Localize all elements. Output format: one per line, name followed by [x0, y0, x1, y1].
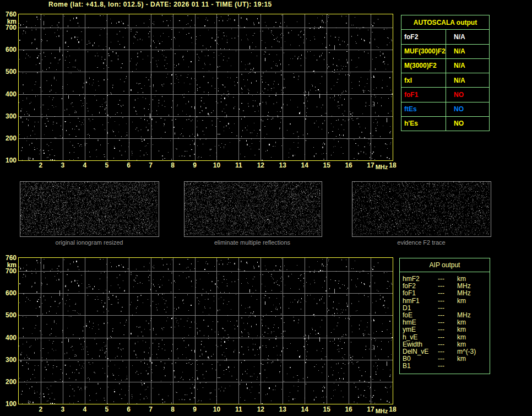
aip-row-hmf1: hmF1---km	[400, 298, 490, 305]
y-tick-label: 300	[6, 112, 17, 120]
aip-parameter: foE	[403, 312, 412, 319]
x-tick-label: 17	[367, 161, 374, 169]
y-axis-unit-label: km	[7, 261, 17, 269]
ionogram-canvas-top	[19, 14, 393, 160]
y-tick-label: 100	[6, 400, 17, 408]
y-axis-labels-top: 760700600500400300200100km	[0, 14, 17, 160]
panel-original-ionogram	[20, 181, 159, 237]
aip-value: ---	[438, 355, 444, 363]
parameter-value: NO	[446, 117, 489, 131]
aip-value: ---	[438, 290, 444, 297]
x-tick-label: 10	[213, 406, 220, 413]
x-tick-label: 8	[171, 161, 175, 169]
aip-unit: km	[457, 334, 466, 341]
parameter-label: foF2	[401, 30, 446, 44]
aip-unit: MHz	[457, 290, 471, 297]
aip-unit: MHz	[457, 312, 471, 319]
aip-row-fof1: foF1---MHz	[400, 290, 490, 297]
autoscala-table-title: AUTOSCALA output	[401, 15, 489, 29]
aip-parameter: Ewidth	[403, 341, 422, 348]
y-tick-label: 200	[6, 378, 17, 386]
aip-unit: km	[457, 319, 466, 326]
x-tick-label: 13	[279, 406, 286, 413]
aip-parameter: DelN_vE	[403, 348, 428, 355]
x-tick-label: 11	[235, 406, 242, 413]
aip-row-b0: B0---km	[400, 355, 490, 363]
aip-unit: km	[457, 355, 466, 363]
panel-canvas-eliminate	[184, 182, 321, 235]
x-tick-label: 6	[127, 406, 131, 413]
ionogram-plot-top	[18, 14, 393, 161]
x-tick-label: 3	[61, 161, 65, 169]
aip-value: ---	[438, 363, 444, 370]
panel-eliminate-reflections	[184, 181, 322, 237]
x-tick-label: 12	[257, 161, 264, 169]
x-tick-label: 17	[367, 406, 374, 413]
aip-value: ---	[438, 334, 444, 341]
x-tick-label: 11	[235, 161, 242, 169]
aip-parameter: B1	[403, 363, 411, 370]
parameter-value: NO	[446, 102, 489, 116]
aip-parameter: foF1	[403, 290, 416, 297]
x-tick-label: 12	[257, 406, 264, 413]
y-tick-label: 400	[6, 90, 17, 98]
x-tick-label: 10	[213, 161, 220, 169]
autoscala-output-table: AUTOSCALA output foF2N/AMUF(3000)F2N/AM(…	[401, 15, 490, 131]
aip-table-title: AIP output	[400, 258, 490, 272]
parameter-value: N/A	[446, 59, 489, 73]
aip-value: ---	[438, 298, 444, 305]
aip-unit: km	[457, 326, 466, 333]
x-tick-label: 15	[323, 406, 330, 413]
x-tick-label: 2	[39, 161, 43, 169]
ionogram-canvas-bottom	[19, 258, 393, 404]
y-tick-label: 600	[6, 289, 17, 297]
aip-unit: km	[457, 341, 466, 348]
parameter-label: foF1	[401, 88, 446, 101]
x-axis-unit-label: MHz	[376, 408, 388, 414]
autoscala-row-fof2: foF2N/A	[401, 29, 489, 44]
x-tick-label: 3	[61, 406, 65, 413]
aip-value: ---	[438, 283, 444, 290]
x-tick-label: 18	[389, 161, 396, 169]
y-tick-label: 300	[6, 356, 17, 364]
parameter-value: N/A	[446, 73, 489, 87]
aip-parameter: hmF2	[403, 275, 420, 283]
aip-row-d1: D1---	[400, 305, 490, 312]
aip-value: ---	[438, 326, 444, 333]
x-tick-label: 14	[301, 406, 308, 413]
aip-value: ---	[438, 312, 444, 319]
x-axis-labels-top: 23456789101112131415161718MHz	[19, 161, 393, 170]
aip-row-delnve: DelN_vE---m^(-3)	[400, 348, 490, 355]
aip-table-rows: hmF2---kmfoF2---MHzfoF1---MHzhmF1---kmD1…	[400, 272, 490, 370]
autoscala-app-window: Rome (lat: +41.8, lon: 012.5) - DATE: 20…	[0, 0, 532, 416]
x-tick-label: 6	[127, 161, 131, 169]
x-tick-label: 16	[345, 406, 352, 413]
aip-value: ---	[438, 305, 444, 312]
aip-unit: MHz	[457, 283, 471, 290]
x-tick-label: 9	[193, 161, 197, 169]
autoscala-row-fof1: foF1NO	[401, 87, 489, 101]
x-tick-label: 5	[105, 161, 108, 169]
y-tick-label: 760	[6, 10, 17, 18]
aip-value: ---	[438, 348, 444, 355]
x-tick-label: 7	[149, 161, 153, 169]
parameter-label: M(3000)F2	[401, 59, 446, 73]
aip-parameter: hmF1	[403, 298, 420, 305]
parameter-value: N/A	[446, 45, 489, 58]
autoscala-row-hes: h'EsNO	[401, 116, 489, 131]
aip-row-b1: B1---	[400, 363, 490, 370]
y-tick-label: 500	[6, 68, 17, 75]
x-tick-label: 7	[149, 406, 153, 413]
aip-output-table: AIP output hmF2---kmfoF2---MHzfoF1---MHz…	[399, 258, 490, 374]
aip-unit: km	[457, 275, 466, 283]
aip-parameter: hmE	[403, 319, 416, 326]
x-tick-label: 15	[323, 161, 330, 169]
autoscala-row-ftes: ftEsNO	[401, 102, 489, 116]
x-tick-label: 4	[83, 161, 86, 169]
x-axis-labels-bottom: 23456789101112131415161718MHz	[19, 405, 393, 414]
y-axis-unit-label: km	[7, 18, 17, 25]
x-tick-label: 18	[389, 406, 396, 413]
parameter-value: N/A	[446, 30, 489, 44]
aip-parameter: B0	[403, 355, 411, 363]
y-tick-label: 600	[6, 46, 17, 53]
